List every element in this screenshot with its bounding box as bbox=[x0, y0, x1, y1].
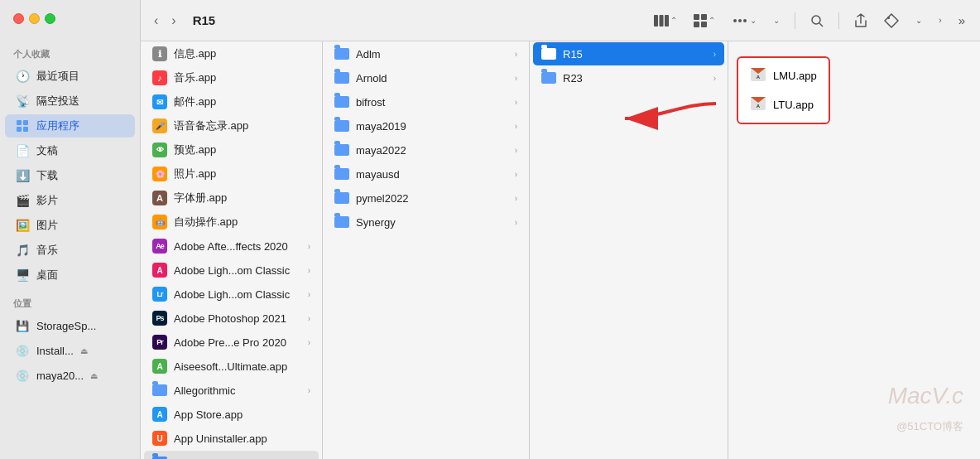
list-item[interactable]: Synergy › bbox=[326, 210, 526, 234]
list-item-ltu[interactable]: A LTU.app bbox=[743, 92, 824, 118]
sidebar-item-desktop[interactable]: 🖥️ 桌面 bbox=[5, 263, 135, 287]
list-item[interactable]: ✉ 邮件.app bbox=[144, 90, 319, 114]
svg-point-13 bbox=[743, 19, 747, 22]
list-item[interactable]: A Aiseesoft...Ultimate.app bbox=[144, 355, 319, 378]
item-label: mayausd bbox=[356, 168, 508, 181]
actions-button[interactable]: ⌄ bbox=[727, 9, 761, 32]
item-label: 自动操作.app bbox=[174, 215, 310, 230]
path-title: R15 bbox=[193, 13, 216, 27]
sidebar-pictures-label: 图片 bbox=[36, 218, 58, 233]
sidebar-music-label: 音乐 bbox=[36, 243, 58, 258]
sidebar-recents-label: 最近项目 bbox=[36, 69, 79, 84]
list-item[interactable]: maya2019 › bbox=[326, 114, 526, 138]
list-item-r23[interactable]: R23 › bbox=[533, 66, 724, 89]
item-label: Adobe Photoshop 2021 bbox=[174, 312, 301, 325]
list-item[interactable]: 🤖 自动操作.app bbox=[144, 210, 319, 234]
airdrop-icon: 📡 bbox=[15, 94, 30, 109]
list-item[interactable]: Pr Adobe Pre...e Pro 2020 › bbox=[144, 331, 319, 354]
sidebar-item-movies[interactable]: 🎬 影片 bbox=[5, 189, 135, 212]
list-item[interactable]: Ps Adobe Photoshop 2021 › bbox=[144, 307, 319, 330]
list-item[interactable]: Lr Adobe Ligh...om Classic › bbox=[144, 283, 319, 306]
location-item-storagesp[interactable]: 💾 StorageSp... bbox=[5, 314, 135, 337]
maya2022-folder-icon bbox=[334, 143, 349, 157]
item-label: 语音备忘录.app bbox=[174, 118, 310, 133]
item-label: Synergy bbox=[356, 216, 508, 229]
list-item[interactable]: 👁 预览.app bbox=[144, 138, 319, 162]
sidebar-item-pictures[interactable]: 🖼️ 图片 bbox=[5, 214, 135, 237]
item-label: maya2022 bbox=[356, 144, 508, 157]
list-item[interactable]: bifrost › bbox=[326, 90, 526, 114]
list-item[interactable]: A App Store.app bbox=[144, 403, 319, 426]
item-label: 邮件.app bbox=[174, 94, 310, 109]
sidebar-item-downloads[interactable]: ⬇️ 下载 bbox=[5, 164, 135, 187]
chevron-icon: › bbox=[308, 338, 310, 347]
list-item[interactable]: mayausd › bbox=[326, 162, 526, 186]
svg-line-15 bbox=[819, 23, 823, 27]
list-item[interactable]: 🎤 语音备忘录.app bbox=[144, 114, 319, 138]
columns-area: ℹ 信息.app ♪ 音乐.app ✉ 邮件.app 🎤 语音备 bbox=[141, 41, 980, 459]
list-item[interactable]: ℹ 信息.app bbox=[144, 42, 319, 65]
minimize-button[interactable] bbox=[29, 13, 40, 24]
forward-button[interactable]: › bbox=[168, 10, 179, 31]
grid-view-button[interactable]: ⌃ bbox=[689, 11, 720, 31]
list-item[interactable]: Ae Adobe Afte...ffects 2020 › bbox=[144, 234, 319, 258]
sidebar-item-music[interactable]: 🎵 音乐 bbox=[5, 239, 135, 262]
install-icon: 💿 bbox=[15, 343, 30, 358]
search-button[interactable] bbox=[805, 11, 829, 31]
list-item-lmu[interactable]: A LMU.app bbox=[743, 63, 824, 89]
svg-rect-4 bbox=[654, 15, 658, 27]
photoshop-icon: Ps bbox=[152, 311, 167, 326]
close-button[interactable] bbox=[13, 13, 24, 24]
more-button[interactable]: » bbox=[954, 10, 970, 31]
location-item-maya20[interactable]: 💿 maya20... ⏏ bbox=[5, 364, 135, 387]
item-label: Arnold bbox=[356, 72, 508, 85]
chevron-icon: › bbox=[515, 122, 517, 131]
chevron-icon: › bbox=[308, 314, 310, 323]
list-item[interactable]: A Adobe Ligh...om Classic › bbox=[144, 258, 319, 282]
list-item[interactable]: A 字体册.app bbox=[144, 186, 319, 210]
list-item[interactable]: Arnold › bbox=[326, 66, 526, 89]
list-item[interactable]: ♪ 音乐.app bbox=[144, 66, 319, 89]
music-app-icon: ♪ bbox=[152, 70, 167, 85]
tag-button[interactable] bbox=[879, 10, 904, 31]
column-view-button[interactable]: ⌃ bbox=[649, 12, 682, 30]
sidebar-airdrop-label: 隔空投送 bbox=[36, 94, 79, 109]
info-icon: ℹ bbox=[152, 46, 167, 61]
pymel2022-folder-icon bbox=[334, 191, 349, 205]
item-label: maya2019 bbox=[356, 120, 508, 133]
sort-button[interactable]: ⌄ bbox=[768, 12, 785, 28]
share-button[interactable] bbox=[849, 10, 872, 31]
svg-rect-7 bbox=[694, 14, 699, 20]
svg-rect-0 bbox=[17, 120, 22, 125]
aiseesoft-icon: A bbox=[152, 359, 167, 374]
pictures-icon: 🖼️ bbox=[15, 218, 30, 233]
list-item[interactable]: Adlm › bbox=[326, 42, 526, 65]
sidebar-item-applications[interactable]: 应用程序 bbox=[5, 114, 135, 138]
svg-text:A: A bbox=[757, 75, 761, 80]
sidebar-desktop-label: 桌面 bbox=[36, 268, 58, 283]
storagesp-label: StorageSp... bbox=[36, 320, 96, 332]
list-item[interactable]: 🌸 照片.app bbox=[144, 162, 319, 186]
sidebar-item-airdrop[interactable]: 📡 隔空投送 bbox=[5, 89, 135, 113]
clock-icon: 🕐 bbox=[15, 69, 30, 84]
adlm-folder-icon bbox=[334, 46, 349, 61]
after-effects-icon: Ae bbox=[152, 239, 167, 254]
back-button[interactable]: ‹ bbox=[151, 10, 161, 31]
sidebar-item-documents[interactable]: 📄 文稿 bbox=[5, 139, 135, 162]
maximize-button[interactable] bbox=[45, 13, 55, 24]
svg-point-14 bbox=[812, 16, 820, 24]
list-item-autodesk[interactable]: Autodesk › bbox=[144, 451, 319, 459]
eject-icon: ⏏ bbox=[80, 346, 88, 355]
chevron-down-button[interactable]: ⌄ bbox=[910, 12, 927, 28]
item-label: 音乐.app bbox=[174, 70, 310, 85]
list-item[interactable]: pymel2022 › bbox=[326, 186, 526, 210]
sidebar-item-recents[interactable]: 🕐 最近项目 bbox=[5, 65, 135, 88]
list-item[interactable]: Allegorithmic › bbox=[144, 379, 319, 402]
chevron-right-button[interactable]: › bbox=[934, 12, 946, 28]
r23-folder-icon bbox=[541, 70, 556, 85]
sidebar-downloads-label: 下载 bbox=[36, 168, 58, 183]
list-item[interactable]: U App Uninstaller.app bbox=[144, 427, 319, 450]
list-item-r15[interactable]: R15 › bbox=[533, 42, 724, 65]
list-item[interactable]: maya2022 › bbox=[326, 138, 526, 162]
location-item-install[interactable]: 💿 Install... ⏏ bbox=[5, 339, 135, 362]
